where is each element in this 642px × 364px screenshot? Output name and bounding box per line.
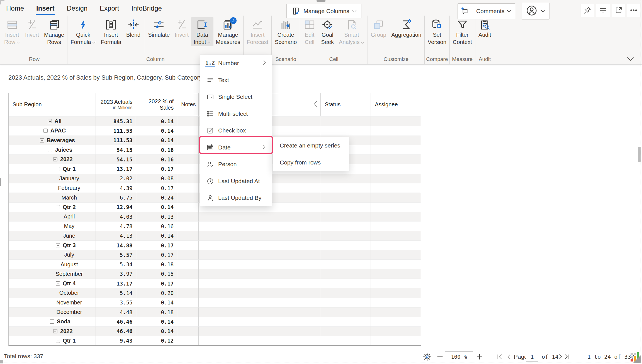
assignee-cell[interactable] [371,259,421,269]
actuals-cell[interactable]: 845.31 [96,116,136,126]
blend-button[interactable]: Blend [124,17,143,39]
last-page-button[interactable] [563,350,571,363]
status-cell[interactable] [321,250,371,259]
assignee-cell[interactable] [371,269,421,279]
blank-cell[interactable] [198,269,320,279]
status-cell[interactable] [321,202,371,212]
actuals-cell[interactable]: 111.53 [96,136,136,145]
column-header-notes[interactable]: Notes [177,93,198,116]
table-row-august[interactable]: August5.340.18 [9,259,421,269]
table-row-december[interactable]: December4.480.18 [9,307,421,317]
actuals-cell[interactable]: 4.48 [96,307,136,317]
column-header-2023-actuals[interactable]: 2023 Actualsin Millions [96,93,136,116]
pct-sales-cell[interactable]: 0.14 [136,298,177,307]
notes-cell[interactable] [177,136,198,145]
assignee-cell[interactable] [371,317,421,326]
actuals-cell[interactable]: 5.57 [96,250,136,259]
actuals-cell[interactable]: 2.02 [96,174,136,183]
assignee-cell[interactable] [371,231,421,240]
actuals-cell[interactable]: 3.97 [96,269,136,279]
pct-sales-cell[interactable]: 0.16 [136,145,177,154]
notes-cell[interactable] [177,183,198,193]
vertical-scrollbar[interactable] [638,147,641,162]
status-cell[interactable] [321,326,371,336]
first-page-button[interactable] [496,350,503,363]
collapse-toggle-icon[interactable] [56,205,60,209]
assignee-cell[interactable] [371,221,421,231]
collapse-toggle-icon[interactable] [48,148,52,152]
column-header-sub-region[interactable]: Sub Region [9,93,96,116]
resize-handle[interactable] [633,355,641,363]
actuals-cell[interactable]: 46.46 [96,326,136,336]
assignee-cell[interactable] [371,298,421,307]
pct-sales-cell[interactable]: 0.16 [136,154,177,164]
comments-button[interactable]: Comments [458,3,515,19]
notes-cell[interactable] [177,307,198,317]
collapse-ribbon-button[interactable] [626,56,635,63]
blank-cell[interactable] [198,231,320,240]
actuals-cell[interactable]: 111.53 [96,126,136,135]
menu-item-last-updated-by[interactable]: Last Updated By [200,190,272,206]
notes-cell[interactable] [177,250,198,259]
status-cell[interactable] [321,259,371,269]
notes-cell[interactable] [177,259,198,269]
status-cell[interactable] [321,298,371,307]
blank-cell[interactable] [198,259,320,269]
table-row-june[interactable]: June4.130.14 [9,231,421,240]
previous-page-button[interactable] [505,350,513,363]
tab-home[interactable]: Home [6,3,25,15]
pct-sales-cell[interactable]: 0.14 [136,136,177,145]
column-header-status[interactable]: Status [320,93,371,116]
notes-cell[interactable] [177,240,198,250]
submenu-item-create-an-empty-series[interactable]: Create an empty series [273,137,349,154]
collapse-toggle-icon[interactable] [56,243,60,247]
pct-sales-cell[interactable]: 0.14 [136,326,177,336]
menu-item-multi-select[interactable]: Multi-select [200,105,272,122]
status-cell[interactable] [321,240,371,250]
aggregation-button[interactable]: Aggregation [389,17,424,39]
pct-sales-cell[interactable]: 0.24 [136,193,177,202]
assignee-cell[interactable] [371,279,421,288]
menu-item-check-box[interactable]: Check box [200,122,272,139]
filter-context-button[interactable]: FilterContext [450,17,475,46]
actuals-cell[interactable]: 5.14 [96,288,136,297]
assignee-cell[interactable] [371,250,421,259]
menu-item-last-updated-at[interactable]: Last Updated At [200,173,272,190]
status-cell[interactable] [321,183,371,193]
account-button[interactable] [522,3,549,19]
status-cell[interactable] [321,212,371,221]
filters-button[interactable] [596,4,610,17]
assignee-cell[interactable] [371,164,421,173]
insert-formula-button[interactable]: InsertFormula [98,17,124,46]
status-cell[interactable] [321,193,371,202]
collapse-toggle-icon[interactable] [50,319,54,324]
actuals-cell[interactable]: 4.03 [96,212,136,221]
pct-sales-cell[interactable]: 0.12 [136,336,177,345]
pct-sales-cell[interactable]: 0.17 [136,250,177,259]
status-cell[interactable] [321,174,371,183]
pct-sales-cell[interactable]: 0.14 [136,116,177,126]
pct-sales-cell[interactable]: 0.17 [136,279,177,288]
assignee-cell[interactable] [371,183,421,193]
blank-cell[interactable] [198,288,320,297]
collapse-toggle-icon[interactable] [53,157,57,161]
manage-rows-button[interactable]: ManageRows [42,17,67,46]
actuals-cell[interactable]: 3.55 [96,298,136,307]
collapse-toggle-icon[interactable] [53,329,57,333]
pct-sales-cell[interactable]: 0.17 [136,164,177,173]
notes-cell[interactable] [177,317,198,326]
blank-cell[interactable] [198,240,320,250]
pct-sales-cell[interactable]: 0.14 [136,126,177,135]
status-cell[interactable] [321,231,371,240]
collapse-toggle-icon[interactable] [56,281,60,286]
status-cell[interactable] [321,336,371,345]
menu-item-number[interactable]: 1.2Number [200,55,272,72]
collapse-toggle-icon[interactable] [56,167,60,171]
collapse-toggle-icon[interactable] [56,339,60,343]
collapse-toggle-icon[interactable] [43,129,48,133]
table-row-november[interactable]: November3.550.14 [9,298,421,307]
notes-cell[interactable] [177,336,198,345]
assignee-cell[interactable] [371,145,421,154]
notes-cell[interactable] [177,298,198,307]
assignee-cell[interactable] [371,307,421,317]
